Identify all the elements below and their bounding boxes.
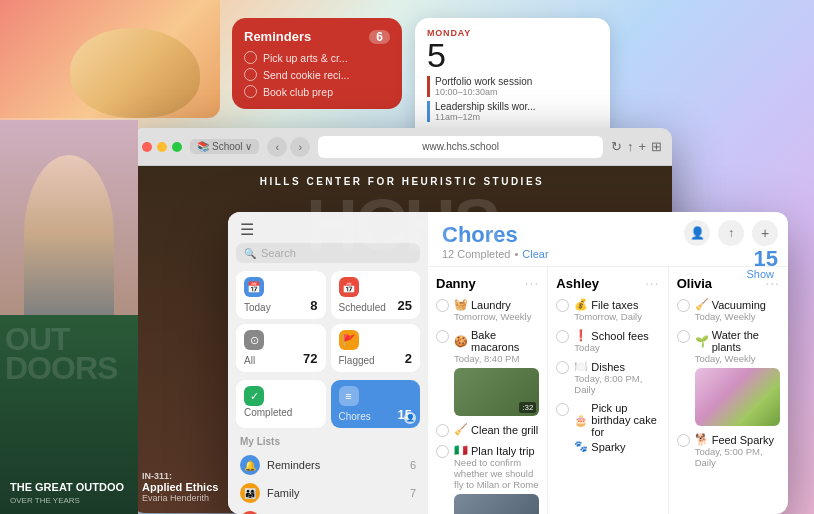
school-name-text: HILLS CENTER FOR HEURISTIC STUDIES xyxy=(250,166,554,189)
traffic-lights xyxy=(142,142,182,152)
person-icon-button[interactable]: 👤 xyxy=(684,220,710,246)
list-item-work[interactable]: ⭐ Work 5 xyxy=(228,507,428,514)
reminders-widget: Reminders 6 Pick up arts & cr... Send co… xyxy=(232,18,402,109)
course-info: IN-311: Applied Ethics Evaria Henderith xyxy=(142,471,218,503)
smart-list-chores[interactable]: ≡ Chores 15 👤 xyxy=(331,380,421,428)
add-button[interactable]: + xyxy=(752,220,778,246)
clear-link[interactable]: Clear xyxy=(522,248,548,260)
task-italy: 🇮🇹 Plan Italy trip Need to confirm wheth… xyxy=(436,444,539,514)
cal-event-2: Leadership skills wor... 11am–12m xyxy=(427,101,598,122)
minimize-button[interactable] xyxy=(157,142,167,152)
my-lists: 🔔 Reminders 6 👨‍👩‍👧 Family 7 ⭐ Work 5 xyxy=(228,451,428,514)
browser-nav-buttons: ‹ › xyxy=(267,137,310,157)
task-macarons: 🍪 Bake macarons Today, 8:40 PM :32 xyxy=(436,329,539,416)
address-bar[interactable]: www.hchs.school xyxy=(318,136,603,158)
share-icon[interactable]: ↑ xyxy=(627,139,634,154)
dog-image-area xyxy=(0,0,220,118)
column-olivia: Olivia ··· 🧹 Vacuuming Today, Weekly xyxy=(669,267,788,514)
close-button[interactable] xyxy=(142,142,152,152)
search-icon: 🔍 xyxy=(244,248,256,259)
calendar-day: MONDAY xyxy=(427,28,598,38)
danny-header: Danny ··· xyxy=(436,275,539,291)
browser-toolbar: 📚 School ∨ ‹ › www.hchs.school ↻ ↑ + ⊞ xyxy=(132,128,672,166)
my-lists-header: My Lists xyxy=(228,436,428,451)
task-water-plants: 🌱 Water the plants Today, Weekly xyxy=(677,329,780,426)
outdoor-subtitle: OVER THE YEARS xyxy=(10,496,128,505)
smart-list-today[interactable]: 📅 Today 8 xyxy=(236,271,326,319)
task-laundry: 🧺 Laundry Tomorrow, Weekly xyxy=(436,298,539,322)
smart-list-all[interactable]: ⊙ All 72 xyxy=(236,324,326,372)
reminder-item-2: Send cookie reci... xyxy=(244,68,390,81)
show-link[interactable]: Show xyxy=(746,268,774,280)
reload-icon[interactable]: ↻ xyxy=(611,139,622,154)
smart-list-flagged[interactable]: 🚩 Flagged 2 xyxy=(331,324,421,372)
task-feed-sparky: 🐕 Feed Sparky Today, 5:00 PM, Daily xyxy=(677,433,780,468)
reminders-widget-count: 6 xyxy=(369,30,390,44)
person-image xyxy=(0,120,138,315)
task-school-fees: ❗ School fees Today xyxy=(556,329,659,353)
task-grill: 🧹 Clean the grill xyxy=(436,423,539,437)
task-vacuuming: 🧹 Vacuuming Today, Weekly xyxy=(677,298,780,322)
task-dishes: 🍽️ Dishes Today, 8:00 PM, Daily xyxy=(556,360,659,395)
reminder-item-3: Book club prep xyxy=(244,85,390,98)
calendar-date: 5 xyxy=(427,38,598,72)
school-acronym: HCHS xyxy=(306,189,498,261)
calendar-widget: MONDAY 5 Portfolio work session 10:00–10… xyxy=(415,18,610,146)
outdoor-title: THE GREAT OUTDOO xyxy=(10,481,128,494)
cal-event-1: Portfolio work session 10:00–10:30am xyxy=(427,76,598,97)
reminder-item-1: Pick up arts & cr... xyxy=(244,51,390,64)
back-button[interactable]: ‹ xyxy=(267,137,287,157)
column-ashley: Ashley ··· 💰 File taxes Tomorrow, Daily xyxy=(548,267,668,514)
new-tab-icon[interactable]: + xyxy=(638,139,646,154)
forward-button[interactable]: › xyxy=(290,137,310,157)
extensions-icon[interactable]: ⊞ xyxy=(651,139,662,154)
list-item-reminders[interactable]: 🔔 Reminders 6 xyxy=(228,451,428,479)
sidebar-bookmark[interactable]: 📚 School ∨ xyxy=(190,139,259,154)
task-columns: Danny ··· 🧺 Laundry Tomorrow, Weekly xyxy=(428,267,788,514)
browser-action-icons: ↻ ↑ + ⊞ xyxy=(611,139,662,154)
share-button[interactable]: ↑ xyxy=(718,220,744,246)
reminders-widget-title: Reminders xyxy=(244,29,311,44)
smart-list-scheduled[interactable]: 📅 Scheduled 25 xyxy=(331,271,421,319)
task-taxes: 💰 File taxes Tomorrow, Daily xyxy=(556,298,659,322)
header-toolbar: 👤 ↑ + xyxy=(684,220,778,246)
smart-lists-row2: ✓ Completed ≡ Chores 15 👤 xyxy=(228,380,428,428)
ashley-header: Ashley ··· xyxy=(556,275,659,291)
smart-list-completed[interactable]: ✓ Completed xyxy=(236,380,326,428)
task-birthday-cake: 🎂 Pick up birthday cake for 🐾 Sparky xyxy=(556,402,659,453)
search-placeholder: Search xyxy=(261,247,296,259)
list-item-family[interactable]: 👨‍👩‍👧 Family 7 xyxy=(228,479,428,507)
smart-lists: 📅 Today 8 📅 Scheduled 25 ⊙ All 72 xyxy=(228,271,428,372)
outdoor-poster: OUTDOORS THE GREAT OUTDOO OVER THE YEARS xyxy=(0,315,138,514)
maximize-button[interactable] xyxy=(172,142,182,152)
column-danny: Danny ··· 🧺 Laundry Tomorrow, Weekly xyxy=(428,267,548,514)
